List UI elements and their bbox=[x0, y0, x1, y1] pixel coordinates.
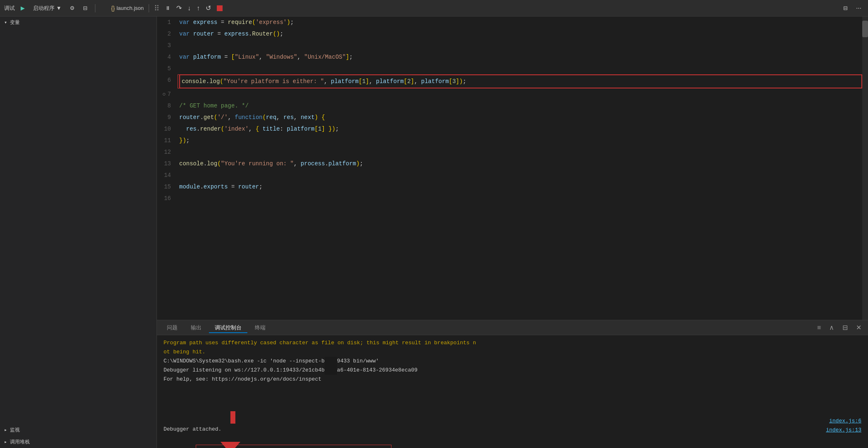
layout-icon: ⊟ bbox=[83, 5, 88, 11]
main-content: ▾ 变量 ▸ 监视 ▸ 调用堆栈 1 var express = require… bbox=[0, 17, 868, 448]
step-out-icon: ↑ bbox=[197, 5, 200, 12]
more-actions-button[interactable]: ⋯ bbox=[854, 3, 864, 13]
line-content: console.log("You're platform is either: … bbox=[178, 74, 862, 88]
separator2 bbox=[149, 4, 149, 12]
bottom-panel: 问题 输出 调试控制台 终端 ≡ ∧ ⊟ ✕ bbox=[157, 320, 868, 448]
step-over-button[interactable]: ↷ bbox=[174, 2, 184, 14]
table-row: 13 console.log("You're running on: ", pr… bbox=[157, 158, 862, 169]
right-icons: ⊟ ⋯ bbox=[841, 3, 864, 13]
tab-output[interactable]: 输出 bbox=[185, 322, 207, 333]
line-content bbox=[178, 88, 862, 100]
table-row: 3 bbox=[157, 40, 862, 51]
line-content: /* GET home page. */ bbox=[178, 100, 862, 112]
file-link-2[interactable]: index.js:13 bbox=[826, 426, 861, 435]
list-item: ot being hit. bbox=[164, 348, 861, 357]
list-item: Debugger attached. bbox=[164, 425, 861, 434]
line-content bbox=[178, 169, 862, 181]
step-into-icon: ↓ bbox=[187, 5, 191, 12]
list-item: For help, see: https://nodejs.org/en/doc… bbox=[164, 375, 861, 425]
line-content bbox=[178, 193, 862, 204]
chevron-up-icon: ∧ bbox=[829, 324, 834, 331]
line-number: 6 bbox=[157, 74, 178, 88]
tab-terminal[interactable]: 终端 bbox=[249, 322, 271, 333]
step-out-button[interactable]: ↑ bbox=[194, 3, 202, 14]
line-content: }); bbox=[178, 135, 862, 146]
maximize-icon: ⊟ bbox=[842, 324, 848, 331]
console-output[interactable]: Program path uses differently cased char… bbox=[157, 335, 868, 448]
line-number: 3 bbox=[157, 40, 178, 51]
start-label: 启动程序 bbox=[33, 5, 55, 12]
layout-button[interactable]: ⊟ bbox=[81, 3, 90, 13]
line-number: 14 bbox=[157, 169, 178, 181]
table-row: 2 var router = express.Router(); bbox=[157, 28, 862, 40]
line-content bbox=[178, 40, 862, 51]
list-item: Debugger listening on ws://127.0.0.1:194… bbox=[164, 366, 861, 375]
table-row: 15 module.exports = router; bbox=[157, 181, 862, 193]
table-row: 16 bbox=[157, 193, 862, 204]
drag-handle-icon[interactable]: ⠿ bbox=[152, 4, 162, 13]
sidebar-watch[interactable]: ▸ 监视 bbox=[0, 424, 157, 436]
table-row: 1 var express = require('express'); bbox=[157, 17, 862, 28]
file-tab[interactable]: {} launch.json bbox=[109, 3, 146, 13]
line-content: var express = require('express'); bbox=[178, 17, 862, 28]
file-tab-label: launch.json bbox=[116, 5, 144, 11]
filter-button[interactable]: ≡ bbox=[815, 323, 823, 332]
line-content: var platform = ["Linux", "Windows", "Uni… bbox=[178, 51, 862, 63]
sidebar: ▾ 变量 ▸ 监视 ▸ 调用堆栈 bbox=[0, 17, 157, 448]
chevron-up-button[interactable]: ∧ bbox=[827, 323, 837, 332]
tab-problems[interactable]: 问题 bbox=[161, 322, 183, 333]
table-row: 8 /* GET home page. */ bbox=[157, 100, 862, 112]
file-link-1[interactable]: index.js:6 bbox=[826, 417, 861, 426]
maximize-panel-button[interactable]: ⊟ bbox=[840, 323, 850, 332]
line-content: res.render('index', { title: platform[1]… bbox=[178, 123, 862, 135]
sidebar-callstack[interactable]: ▸ 调用堆栈 bbox=[0, 436, 157, 448]
close-icon: ✕ bbox=[856, 324, 861, 331]
list-item: Program path uses differently cased char… bbox=[164, 338, 861, 348]
callstack-label: ▸ 调用堆栈 bbox=[4, 438, 30, 446]
variables-label: ▾ 变量 bbox=[4, 19, 20, 26]
step-into-button[interactable]: ↓ bbox=[185, 3, 193, 14]
start-program-button[interactable]: 启动程序 ▼ bbox=[31, 3, 64, 14]
line-number: 12 bbox=[157, 146, 178, 158]
close-panel-button[interactable]: ✕ bbox=[854, 323, 864, 332]
stop-icon bbox=[217, 5, 223, 11]
separator bbox=[95, 4, 95, 12]
code-table: 1 var express = require('express'); 2 va… bbox=[157, 17, 862, 204]
debug-controls: {} launch.json ⠿ ⏸ ↷ ↓ ↑ ↺ bbox=[109, 2, 225, 14]
split-editor-button[interactable]: ⊟ bbox=[841, 3, 850, 13]
red-arrow-head-icon bbox=[221, 442, 240, 448]
pause-button[interactable]: ⏸ bbox=[163, 3, 173, 13]
sidebar-variables[interactable]: ▾ 变量 bbox=[0, 17, 157, 29]
play-button[interactable]: ▶ bbox=[18, 3, 27, 13]
editor-scroll-area: 1 var express = require('express'); 2 va… bbox=[157, 17, 868, 320]
panel-tabs: 问题 输出 调试控制台 终端 ≡ ∧ ⊟ ✕ bbox=[157, 320, 868, 335]
table-row: 11 }); bbox=[157, 135, 862, 146]
file-links: index.js:6 index.js:13 bbox=[826, 417, 861, 435]
stop-button[interactable] bbox=[214, 4, 225, 13]
line-content: console.log("You're running on: ", proce… bbox=[178, 158, 862, 169]
watch-label: ▸ 监视 bbox=[4, 427, 20, 434]
editor-scrollbar[interactable] bbox=[862, 17, 868, 320]
table-row: 14 bbox=[157, 169, 862, 181]
line-content: router.get('/', function(req, res, next)… bbox=[178, 112, 862, 123]
line-number: 10 bbox=[157, 123, 178, 135]
line-content: var router = express.Router(); bbox=[178, 28, 862, 40]
tab-debug-console[interactable]: 调试控制台 bbox=[209, 322, 247, 333]
code-editor[interactable]: 1 var express = require('express'); 2 va… bbox=[157, 17, 862, 320]
ellipsis-icon: ⋯ bbox=[856, 5, 861, 11]
list-item: You're platform is either: Windows Unix/… bbox=[164, 436, 861, 448]
red-arrow-icon bbox=[230, 411, 235, 424]
split-icon: ⊟ bbox=[843, 5, 848, 11]
table-row: 4 var platform = ["Linux", "Windows", "U… bbox=[157, 51, 862, 63]
line-number: 9 bbox=[157, 112, 178, 123]
line-number: 2 bbox=[157, 28, 178, 40]
table-row: 6 console.log("You're platform is either… bbox=[157, 74, 862, 88]
filter-icon: ≡ bbox=[817, 324, 821, 331]
pause-icon: ⏸ bbox=[165, 5, 171, 11]
line-content bbox=[178, 63, 862, 74]
braces-icon: {} bbox=[111, 5, 115, 12]
dropdown-icon: ▼ bbox=[56, 5, 62, 11]
restart-button[interactable]: ↺ bbox=[203, 2, 213, 14]
line-content bbox=[178, 146, 862, 158]
settings-button[interactable]: ⚙ bbox=[67, 3, 77, 13]
